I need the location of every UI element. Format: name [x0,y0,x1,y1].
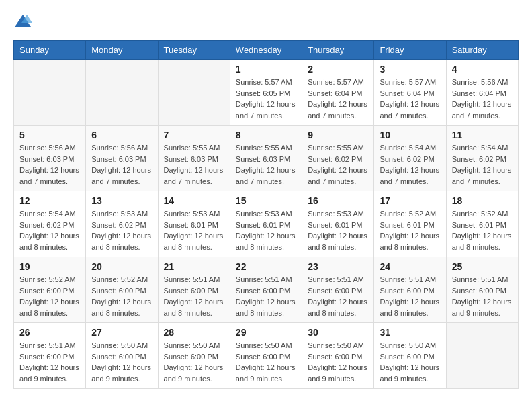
day-info: Sunrise: 5:56 AM Sunset: 6:03 PM Dayligh… [91,142,152,187]
page-header [13,13,519,30]
day-info: Sunrise: 5:55 AM Sunset: 6:03 PM Dayligh… [164,142,224,187]
day-header-sunday: Sunday [14,41,86,60]
calendar-cell: 28Sunrise: 5:50 AM Sunset: 6:00 PM Dayli… [158,323,230,389]
day-number: 13 [91,195,152,206]
calendar-cell: 30Sunrise: 5:50 AM Sunset: 6:00 PM Dayli… [302,323,374,389]
day-info: Sunrise: 5:53 AM Sunset: 6:01 PM Dayligh… [164,208,224,253]
day-number: 23 [308,261,368,272]
day-number: 9 [308,130,368,140]
day-info: Sunrise: 5:51 AM Sunset: 6:00 PM Dayligh… [308,274,368,318]
day-info: Sunrise: 5:50 AM Sunset: 6:00 PM Dayligh… [91,340,152,384]
day-info: Sunrise: 5:50 AM Sunset: 6:00 PM Dayligh… [308,340,368,384]
day-info: Sunrise: 5:51 AM Sunset: 6:00 PM Dayligh… [164,274,224,318]
calendar-cell: 11Sunrise: 5:54 AM Sunset: 6:02 PM Dayli… [446,126,518,191]
day-info: Sunrise: 5:53 AM Sunset: 6:01 PM Dayligh… [308,208,368,253]
day-number: 4 [452,64,513,75]
calendar-cell: 31Sunrise: 5:50 AM Sunset: 6:00 PM Dayli… [374,323,446,389]
day-number: 22 [236,261,296,272]
day-info: Sunrise: 5:56 AM Sunset: 6:03 PM Dayligh… [19,142,80,187]
day-info: Sunrise: 5:51 AM Sunset: 6:00 PM Dayligh… [380,274,440,318]
day-info: Sunrise: 5:51 AM Sunset: 6:00 PM Dayligh… [452,274,513,318]
calendar-header-row: SundayMondayTuesdayWednesdayThursdayFrid… [14,41,519,60]
calendar-week-5: 26Sunrise: 5:51 AM Sunset: 6:00 PM Dayli… [14,323,519,389]
day-info: Sunrise: 5:55 AM Sunset: 6:02 PM Dayligh… [308,142,368,187]
day-info: Sunrise: 5:52 AM Sunset: 6:00 PM Dayligh… [91,274,152,318]
calendar-week-1: 1Sunrise: 5:57 AM Sunset: 6:05 PM Daylig… [14,60,519,126]
calendar-cell: 13Sunrise: 5:53 AM Sunset: 6:02 PM Dayli… [86,191,158,257]
calendar-cell: 4Sunrise: 5:56 AM Sunset: 6:04 PM Daylig… [446,60,518,126]
day-number: 25 [452,261,513,272]
logo [13,13,34,30]
calendar-cell: 18Sunrise: 5:52 AM Sunset: 6:01 PM Dayli… [446,191,518,257]
day-header-wednesday: Wednesday [230,41,302,60]
calendar-week-4: 19Sunrise: 5:52 AM Sunset: 6:00 PM Dayli… [14,257,519,323]
calendar-cell: 14Sunrise: 5:53 AM Sunset: 6:01 PM Dayli… [158,191,230,257]
day-info: Sunrise: 5:56 AM Sunset: 6:04 PM Dayligh… [452,77,513,121]
day-info: Sunrise: 5:54 AM Sunset: 6:02 PM Dayligh… [452,142,513,187]
day-number: 3 [380,64,440,75]
calendar-cell: 12Sunrise: 5:54 AM Sunset: 6:02 PM Dayli… [14,191,86,257]
logo-icon [13,13,32,30]
calendar-cell [14,60,86,126]
day-info: Sunrise: 5:57 AM Sunset: 6:04 PM Dayligh… [308,77,368,121]
day-number: 14 [164,195,224,206]
calendar-cell: 25Sunrise: 5:51 AM Sunset: 6:00 PM Dayli… [446,257,518,323]
day-number: 30 [308,327,368,338]
calendar-cell: 17Sunrise: 5:52 AM Sunset: 6:01 PM Dayli… [374,191,446,257]
calendar-cell: 15Sunrise: 5:53 AM Sunset: 6:01 PM Dayli… [230,191,302,257]
calendar-cell: 8Sunrise: 5:55 AM Sunset: 6:03 PM Daylig… [230,126,302,191]
day-info: Sunrise: 5:52 AM Sunset: 6:00 PM Dayligh… [19,274,80,318]
calendar-cell: 24Sunrise: 5:51 AM Sunset: 6:00 PM Dayli… [374,257,446,323]
day-number: 27 [91,327,152,338]
day-info: Sunrise: 5:53 AM Sunset: 6:02 PM Dayligh… [91,208,152,253]
day-info: Sunrise: 5:50 AM Sunset: 6:00 PM Dayligh… [236,340,296,384]
calendar-cell: 3Sunrise: 5:57 AM Sunset: 6:04 PM Daylig… [374,60,446,126]
day-info: Sunrise: 5:52 AM Sunset: 6:01 PM Dayligh… [380,208,440,253]
day-number: 1 [236,64,296,75]
calendar-cell: 26Sunrise: 5:51 AM Sunset: 6:00 PM Dayli… [14,323,86,389]
calendar-cell: 5Sunrise: 5:56 AM Sunset: 6:03 PM Daylig… [14,126,86,191]
calendar-table: SundayMondayTuesdayWednesdayThursdayFrid… [13,40,519,389]
day-info: Sunrise: 5:51 AM Sunset: 6:00 PM Dayligh… [19,340,80,384]
day-header-tuesday: Tuesday [158,41,230,60]
calendar-cell: 6Sunrise: 5:56 AM Sunset: 6:03 PM Daylig… [86,126,158,191]
day-header-saturday: Saturday [446,41,518,60]
day-number: 2 [308,64,368,75]
calendar-cell: 27Sunrise: 5:50 AM Sunset: 6:00 PM Dayli… [86,323,158,389]
day-info: Sunrise: 5:50 AM Sunset: 6:00 PM Dayligh… [380,340,440,384]
day-number: 5 [19,130,80,140]
day-info: Sunrise: 5:53 AM Sunset: 6:01 PM Dayligh… [236,208,296,253]
day-header-monday: Monday [86,41,158,60]
day-number: 19 [19,261,80,272]
day-number: 7 [164,130,224,140]
day-number: 28 [164,327,224,338]
day-number: 18 [452,195,513,206]
day-number: 12 [19,195,80,206]
day-number: 26 [19,327,80,338]
day-info: Sunrise: 5:54 AM Sunset: 6:02 PM Dayligh… [19,208,80,253]
day-number: 29 [236,327,296,338]
day-number: 11 [452,130,513,140]
calendar-cell: 9Sunrise: 5:55 AM Sunset: 6:02 PM Daylig… [302,126,374,191]
calendar-cell: 1Sunrise: 5:57 AM Sunset: 6:05 PM Daylig… [230,60,302,126]
day-info: Sunrise: 5:52 AM Sunset: 6:01 PM Dayligh… [452,208,513,253]
day-info: Sunrise: 5:55 AM Sunset: 6:03 PM Dayligh… [236,142,296,187]
calendar-cell: 16Sunrise: 5:53 AM Sunset: 6:01 PM Dayli… [302,191,374,257]
day-number: 15 [236,195,296,206]
day-number: 6 [91,130,152,140]
day-info: Sunrise: 5:51 AM Sunset: 6:00 PM Dayligh… [236,274,296,318]
day-number: 31 [380,327,440,338]
calendar-week-3: 12Sunrise: 5:54 AM Sunset: 6:02 PM Dayli… [14,191,519,257]
day-info: Sunrise: 5:50 AM Sunset: 6:00 PM Dayligh… [164,340,224,384]
day-number: 8 [236,130,296,140]
calendar-cell: 7Sunrise: 5:55 AM Sunset: 6:03 PM Daylig… [158,126,230,191]
day-number: 10 [380,130,440,140]
day-info: Sunrise: 5:57 AM Sunset: 6:05 PM Dayligh… [236,77,296,121]
calendar-cell: 19Sunrise: 5:52 AM Sunset: 6:00 PM Dayli… [14,257,86,323]
calendar-cell: 10Sunrise: 5:54 AM Sunset: 6:02 PM Dayli… [374,126,446,191]
calendar-cell [446,323,518,389]
day-number: 21 [164,261,224,272]
calendar-cell: 21Sunrise: 5:51 AM Sunset: 6:00 PM Dayli… [158,257,230,323]
day-number: 20 [91,261,152,272]
calendar-week-2: 5Sunrise: 5:56 AM Sunset: 6:03 PM Daylig… [14,126,519,191]
